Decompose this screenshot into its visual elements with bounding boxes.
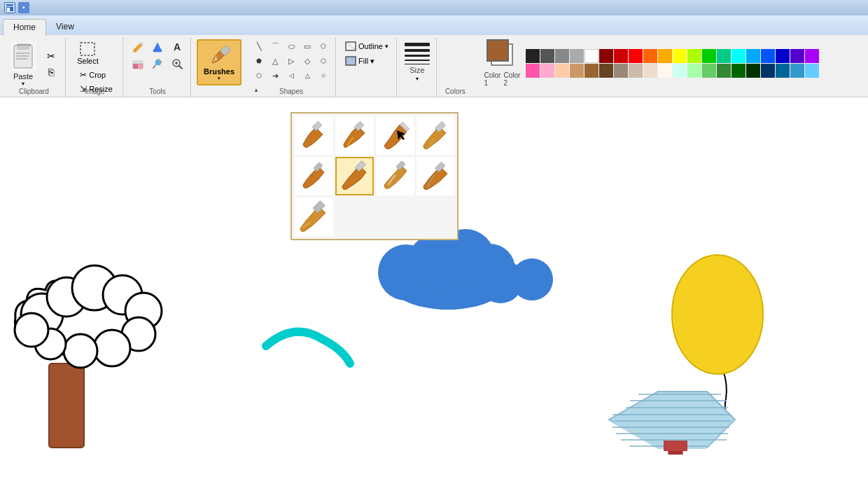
shape-trapezoid[interactable]: ⬟ [251, 54, 267, 68]
shape-rounded-rect[interactable]: ⬠ [251, 69, 267, 83]
palette-green[interactable] [702, 49, 716, 63]
copy-button[interactable]: ⎘ [41, 64, 61, 80]
crop-button[interactable]: ✂ Crop [77, 69, 115, 81]
shape-hexagon[interactable]: ⬡ [316, 54, 331, 68]
palette-peach[interactable] [555, 64, 569, 78]
palette-med-green[interactable] [702, 64, 716, 78]
palette-orange[interactable] [643, 49, 657, 63]
tools-content: A [129, 39, 186, 95]
palette-mint[interactable] [673, 64, 687, 78]
palette-lgreen[interactable] [687, 64, 701, 78]
color1-swatch[interactable] [486, 39, 509, 62]
select-label: Select [77, 57, 99, 65]
palette-mgray[interactable] [555, 49, 569, 63]
outline-fill-content: Outline ▾ Fill ▾ [342, 39, 392, 95]
palette-cyan[interactable] [732, 49, 746, 63]
palette-yl-green[interactable] [687, 49, 701, 63]
shape-more1[interactable]: ◁ [284, 69, 299, 83]
palette-tan[interactable] [570, 64, 584, 78]
palette-sky[interactable] [790, 64, 804, 78]
palette-warm-gray[interactable] [614, 64, 628, 78]
svg-point-14 [155, 60, 161, 65]
shapes-label: Shapes [279, 88, 303, 95]
palette-navy[interactable] [761, 64, 775, 78]
cut-button[interactable]: ✂ [41, 48, 61, 64]
shape-arrow[interactable]: ➔ [267, 69, 283, 83]
palette-dforest[interactable] [732, 64, 746, 78]
palette-black[interactable] [526, 49, 540, 63]
size-line-4 [405, 60, 430, 61]
palette-darkest-green[interactable] [746, 64, 760, 78]
svg-rect-13 [133, 61, 143, 64]
zoom-button[interactable] [168, 56, 186, 71]
brush-item-5[interactable] [295, 157, 333, 195]
paste-button[interactable]: Paste ▾ [7, 39, 39, 88]
pencil-button[interactable] [129, 39, 147, 55]
svg-rect-22 [346, 57, 356, 65]
shape-triangle[interactable]: △ [267, 54, 283, 68]
size-line-2 [405, 49, 430, 52]
palette-forest[interactable] [717, 64, 731, 78]
shapes-scroll-up[interactable]: ▲ [251, 83, 261, 96]
fill-button[interactable] [148, 39, 167, 55]
brush-item-8[interactable] [416, 157, 455, 195]
brush-item-7[interactable] [376, 157, 414, 195]
palette-teal[interactable] [717, 49, 731, 63]
quick-access-dropdown[interactable]: ▾ [18, 2, 29, 13]
color-picker-button[interactable] [148, 56, 167, 71]
brushes-button[interactable]: Brushes ▾ [197, 39, 241, 85]
palette-red[interactable] [614, 49, 628, 63]
palette-lpink[interactable] [540, 64, 554, 78]
palette-cream[interactable] [643, 64, 657, 78]
shape-line[interactable]: ╲ [251, 39, 267, 53]
color-palette [526, 49, 819, 78]
brush-item-3[interactable] [376, 116, 414, 155]
shape-curve[interactable]: ⌒ [267, 39, 283, 53]
brushes-content: Brushes ▾ [197, 39, 241, 95]
svg-rect-6 [16, 53, 30, 54]
eraser-button[interactable] [129, 56, 147, 71]
palette-blue[interactable] [761, 49, 775, 63]
palette-dbrown[interactable] [599, 64, 613, 78]
palette-purple[interactable] [790, 49, 804, 63]
tab-home[interactable]: Home [3, 19, 46, 36]
palette-bred[interactable] [629, 49, 643, 63]
palette-violet[interactable] [805, 49, 819, 63]
brush-item-4[interactable] [416, 116, 455, 155]
brush-item-9[interactable] [295, 198, 333, 236]
svg-point-49 [511, 258, 553, 300]
palette-dblue[interactable] [776, 49, 790, 63]
brush-item-2[interactable] [335, 116, 374, 155]
colors-top: Color1 Color2 [484, 39, 820, 87]
palette-dred[interactable] [599, 49, 613, 63]
palette-yellow[interactable] [673, 49, 687, 63]
palette-pink[interactable] [526, 64, 540, 78]
select-button[interactable]: Select [74, 39, 102, 67]
shape-right-tri[interactable]: ▷ [284, 54, 299, 68]
palette-lgray[interactable] [570, 49, 584, 63]
brush-item-1[interactable] [295, 116, 333, 155]
palette-steel[interactable] [776, 64, 790, 78]
palette-gold[interactable] [658, 49, 672, 63]
shape-diamond[interactable]: ◇ [300, 54, 315, 68]
brush-item-6[interactable] [335, 157, 374, 195]
app-icon [4, 2, 15, 13]
colors-group: Color1 Color2 [438, 38, 865, 97]
palette-off-white[interactable] [658, 64, 672, 78]
palette-white[interactable] [584, 49, 598, 63]
shape-more3[interactable]: ☆ [316, 69, 331, 83]
tab-view[interactable]: View [46, 19, 84, 35]
palette-sand[interactable] [629, 64, 643, 78]
shape-pentagon[interactable]: ⬠ [316, 39, 331, 53]
outline-button[interactable]: Outline ▾ [342, 39, 392, 53]
svg-rect-32 [49, 364, 84, 448]
fill-dropdown-button[interactable]: Fill ▾ [342, 54, 378, 68]
palette-lsky[interactable] [805, 64, 819, 78]
shape-oval[interactable]: ⬭ [284, 39, 299, 53]
palette-brown[interactable] [584, 64, 598, 78]
palette-ltblue[interactable] [746, 49, 760, 63]
shape-more2[interactable]: △ [300, 69, 315, 83]
shape-rect[interactable]: ▭ [300, 39, 315, 53]
palette-dgray[interactable] [540, 49, 554, 63]
text-button[interactable]: A [168, 39, 186, 55]
